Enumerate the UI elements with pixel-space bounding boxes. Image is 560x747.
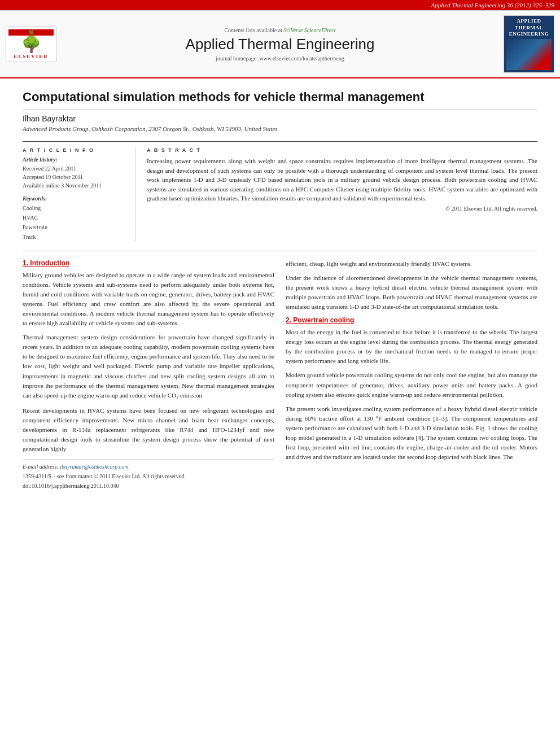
section2-para3: The present work investigates cooling sy… (286, 404, 537, 462)
body-columns: 1. Introduction Military ground vehicles… (23, 259, 537, 489)
history-accepted: Accepted 19 October 2011 (23, 173, 127, 181)
article-history: Article history: Received 22 April 2011 … (23, 156, 127, 190)
paper-content: Computational simulation methods for veh… (0, 78, 560, 500)
keywords-label: Keywords: (23, 195, 127, 202)
sciverse-name[interactable]: SciVerse ScienceDirect (283, 27, 335, 33)
keyword-truck: Truck (23, 232, 127, 242)
keyword-powertrain: Powertrain (23, 222, 127, 232)
elsevier-logo: 🌿 🌳 ELSEVIER (6, 27, 56, 62)
paper-affiliation: Advanced Products Group, Oshkosh Corpora… (23, 125, 537, 132)
footnote-email-line: E-mail address: ibayraktar@oshkoshcorp.c… (23, 464, 274, 470)
journal-citation-bar: Applied Thermal Engineering 36 (2012) 32… (0, 0, 560, 10)
section1-right-para2: Under the influence of aforementioned de… (286, 273, 537, 312)
elsevier-name: ELSEVIER (8, 54, 54, 59)
abstract-text: Increasing power requirements along with… (147, 156, 537, 203)
info-abstract-section: A R T I C L E I N F O Article history: R… (23, 141, 537, 242)
sciverse-link: Contents lists available at SciVerse Sci… (62, 27, 498, 33)
journal-center: Contents lists available at SciVerse Sci… (56, 27, 504, 62)
keyword-cooling: Cooling (23, 203, 127, 213)
footnote-issn: 1359-4311/$ – see front matter © 2011 El… (23, 473, 274, 479)
history-available: Available online 3 November 2011 (23, 181, 127, 190)
keywords-section: Keywords: Cooling HVAC Powertrain Truck (23, 195, 127, 242)
keyword-hvac: HVAC (23, 213, 127, 222)
paper-author: Ilhan Bayraktar (23, 114, 537, 123)
body-col-left: 1. Introduction Military ground vehicles… (23, 259, 274, 489)
homepage-text: journal homepage: www.elsevier.com/locat… (216, 55, 344, 62)
history-label: Article history: (23, 156, 127, 163)
footnote-doi: doi:10.1016/j.applthermaleng.2011.10.040 (23, 483, 274, 489)
section1-right-para1: efficient, cheap, light weight and envir… (286, 259, 537, 269)
footnote-email-label: E-mail address: (23, 464, 60, 470)
footnote-email[interactable]: ibayraktar@oshkoshcorp.com (60, 464, 128, 470)
journal-homepage: journal homepage: www.elsevier.com/locat… (62, 55, 498, 62)
section-divider (23, 251, 537, 251)
article-info: A R T I C L E I N F O Article history: R… (23, 147, 135, 242)
body-col-right: efficient, cheap, light weight and envir… (286, 259, 537, 489)
section1-heading: 1. Introduction (23, 259, 274, 267)
journal-citation: Applied Thermal Engineering 36 (2012) 32… (431, 2, 554, 8)
journal-logo-image (506, 39, 552, 70)
sciverse-prefix: Contents lists available at (224, 27, 283, 33)
elsevier-tree-icon: 🌳 (8, 37, 54, 53)
section1-para3: Recent developments in HVAC systems have… (23, 406, 274, 454)
journal-title: Applied Thermal Engineering (62, 36, 498, 53)
abstract-copyright: © 2011 Elsevier Ltd. All rights reserved… (147, 206, 537, 212)
history-received: Received 22 April 2011 (23, 164, 127, 173)
journal-logo-right: APPLIEDTHERMALENGINEERING (504, 15, 554, 73)
section1-para1: Military ground vehicles are designed to… (23, 270, 274, 328)
section1-para2: Thermal management system design conside… (23, 333, 274, 401)
article-info-title: A R T I C L E I N F O (23, 147, 127, 153)
section2-heading: 2. Powertrain cooling (286, 316, 537, 324)
journal-header: 🌿 🌳 ELSEVIER Contents lists available at… (0, 10, 560, 78)
section2-para1: Most of the energy in the fuel is conver… (286, 327, 537, 366)
footnote-area: E-mail address: ibayraktar@oshkoshcorp.c… (23, 460, 274, 489)
journal-logo-box: APPLIEDTHERMALENGINEERING (504, 15, 554, 73)
section2-para2: Modern ground vehicle powertrain cooling… (286, 370, 537, 399)
paper-title: Computational simulation methods for veh… (23, 90, 537, 110)
elsevier-logo-top: 🌿 (8, 29, 54, 36)
abstract-section: A B S T R A C T Increasing power require… (147, 147, 537, 242)
abstract-title: A B S T R A C T (147, 147, 537, 153)
journal-logo-title: APPLIEDTHERMALENGINEERING (506, 18, 552, 38)
